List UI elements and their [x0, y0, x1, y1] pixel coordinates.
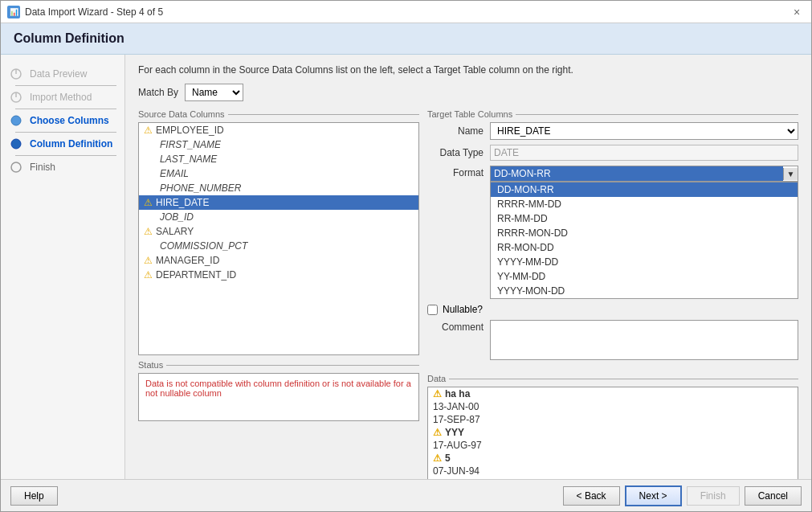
source-item-label: SALARY [156, 226, 194, 237]
data-type-row: Data Type [427, 145, 798, 161]
format-option[interactable]: RR-MON-DD [491, 240, 798, 255]
name-field-label: Name [427, 125, 484, 137]
finish-button[interactable]: Finish [687, 486, 740, 506]
warning-icon: ⚠ [144, 255, 153, 266]
help-button[interactable]: Help [10, 486, 58, 506]
source-item-label: DEPARTMENT_ID [156, 269, 236, 281]
data-item-value: 07-JUN-94 [433, 465, 479, 477]
source-item-label: EMPLOYEE_ID [156, 125, 224, 136]
source-columns-header: Source Data Columns [138, 109, 419, 119]
list-item: 13-JAN-00 [428, 400, 798, 413]
list-item: ⚠ 5 [428, 452, 798, 465]
sidebar-label-import-method: Import Method [30, 92, 92, 103]
format-selected-value: DD-MON-RR [491, 166, 783, 181]
format-dropdown-arrow[interactable]: ▼ [783, 168, 798, 180]
warning-icon: ⚠ [144, 269, 153, 281]
match-by-label: Match By [138, 87, 178, 98]
left-panel: Source Data Columns ⚠ EMPLOYEE_ID [138, 109, 419, 469]
status-box: Data is not compatible with column defin… [138, 373, 419, 421]
status-section: Status Data is not compatible with colum… [138, 360, 419, 421]
list-item[interactable]: PHONE_NUMBER [139, 181, 418, 195]
comment-field-value [490, 320, 798, 362]
comment-textarea[interactable] [490, 320, 798, 360]
data-item-value: 17-AUG-97 [433, 440, 482, 451]
svg-point-6 [11, 162, 21, 172]
list-item[interactable]: JOB_ID [139, 210, 418, 224]
list-item: 17-AUG-97 [428, 439, 798, 452]
next-button[interactable]: Next > [625, 485, 682, 506]
sidebar-icon-data-preview [9, 68, 23, 80]
main-window: 📊 Data Import Wizard - Step 4 of 5 × Col… [0, 0, 812, 512]
format-dropdown[interactable]: DD-MON-RR RRRR-MM-DD RR-MM-DD RRRR-MON-D… [490, 182, 798, 299]
list-item[interactable]: ⚠ HIRE_DATE [139, 195, 418, 210]
data-section-label: Data [427, 374, 446, 383]
sidebar-label-choose-columns: Choose Columns [30, 115, 109, 126]
list-item[interactable]: ⚠ MANAGER_ID [139, 253, 418, 268]
list-item[interactable]: ⚠ EMPLOYEE_ID [139, 123, 418, 137]
warning-icon: ⚠ [433, 388, 442, 399]
source-item-label: FIRST_NAME [160, 139, 221, 150]
list-item[interactable]: EMAIL [139, 166, 418, 181]
source-item-label: MANAGER_ID [156, 255, 219, 266]
data-section-header: Data [427, 374, 798, 383]
list-item[interactable]: LAST_NAME [139, 152, 418, 166]
comment-row: Comment [427, 320, 798, 362]
data-item-value: YYY [445, 427, 464, 438]
source-item-label: LAST_NAME [160, 154, 217, 165]
source-columns-list[interactable]: ⚠ EMPLOYEE_ID FIRST_NAME LAST_NAME [138, 122, 419, 355]
nullable-row: Nullable? [427, 304, 798, 315]
name-row: Name HIRE_DATE EMPLOYEE_ID [427, 122, 798, 140]
format-field-value: DD-MON-RR ▼ DD-MON-RR RRRR-MM-DD RR-MM-D… [490, 166, 798, 299]
bottom-bar: Help < Back Next > Finish Cancel [1, 479, 811, 511]
format-field-label: Format [427, 166, 484, 178]
format-option[interactable]: DD-MON-RR [491, 182, 798, 197]
format-option[interactable]: YYYY-MM-DD [491, 255, 798, 269]
svg-point-4 [11, 116, 21, 125]
list-item[interactable]: COMMISSION_PCT [139, 239, 418, 253]
name-select[interactable]: HIRE_DATE EMPLOYEE_ID [490, 122, 798, 140]
back-button[interactable]: < Back [563, 486, 620, 506]
format-option[interactable]: YYYY-MON-DD [491, 284, 798, 298]
match-by-select[interactable]: Name Position [185, 84, 243, 101]
status-line [166, 365, 419, 366]
warning-icon: ⚠ [144, 125, 153, 136]
format-option[interactable]: RRRR-MM-DD [491, 197, 798, 211]
bottom-right: < Back Next > Finish Cancel [563, 485, 802, 506]
target-columns-header: Target Table Columns [427, 109, 798, 119]
data-type-field-value [490, 145, 798, 161]
sidebar-icon-import-method [9, 91, 23, 104]
bottom-left: Help [10, 486, 58, 506]
content-area: For each column in the Source Data Colum… [125, 55, 811, 479]
source-item-label: JOB_ID [160, 211, 194, 223]
window-icon: 📊 [7, 6, 20, 18]
list-item: ⚠ YYY [428, 426, 798, 439]
sidebar-label-column-definition: Column Definition [30, 138, 112, 150]
sidebar-item-data-preview[interactable]: Data Preview [1, 63, 124, 85]
title-bar-left: 📊 Data Import Wizard - Step 4 of 5 [7, 6, 163, 18]
close-button[interactable]: × [789, 4, 805, 20]
data-type-input [490, 145, 798, 161]
match-by-row: Match By Name Position [138, 84, 798, 101]
list-item: ⚠ ha ha [428, 387, 798, 400]
format-header[interactable]: DD-MON-RR ▼ [490, 166, 798, 182]
warning-icon: ⚠ [433, 427, 442, 438]
sidebar-item-column-definition[interactable]: Column Definition [1, 133, 124, 155]
list-item[interactable]: FIRST_NAME [139, 137, 418, 152]
cancel-button[interactable]: Cancel [745, 486, 802, 506]
sidebar-item-choose-columns[interactable]: Choose Columns [1, 109, 124, 132]
list-item[interactable]: ⚠ DEPARTMENT_ID [139, 268, 418, 282]
data-item-value: 5 [445, 453, 451, 464]
format-option[interactable]: YY-MM-DD [491, 269, 798, 284]
source-item-label: PHONE_NUMBER [160, 182, 241, 194]
warning-icon: ⚠ [144, 226, 153, 237]
list-item[interactable]: ⚠ SALARY [139, 224, 418, 239]
format-option[interactable]: RR-MM-DD [491, 211, 798, 226]
nullable-checkbox[interactable] [427, 305, 438, 315]
data-section: Data ⚠ ha ha 13-JAN-00 [427, 374, 798, 479]
data-list[interactable]: ⚠ ha ha 13-JAN-00 17-SEP-87 ⚠ [427, 387, 798, 479]
sidebar-item-import-method[interactable]: Import Method [1, 86, 124, 109]
format-option[interactable]: RRRR-MON-DD [491, 226, 798, 240]
title-bar: 📊 Data Import Wizard - Step 4 of 5 × [1, 1, 811, 23]
sidebar-item-finish[interactable]: Finish [1, 156, 124, 178]
source-item-label: HIRE_DATE [156, 197, 209, 208]
